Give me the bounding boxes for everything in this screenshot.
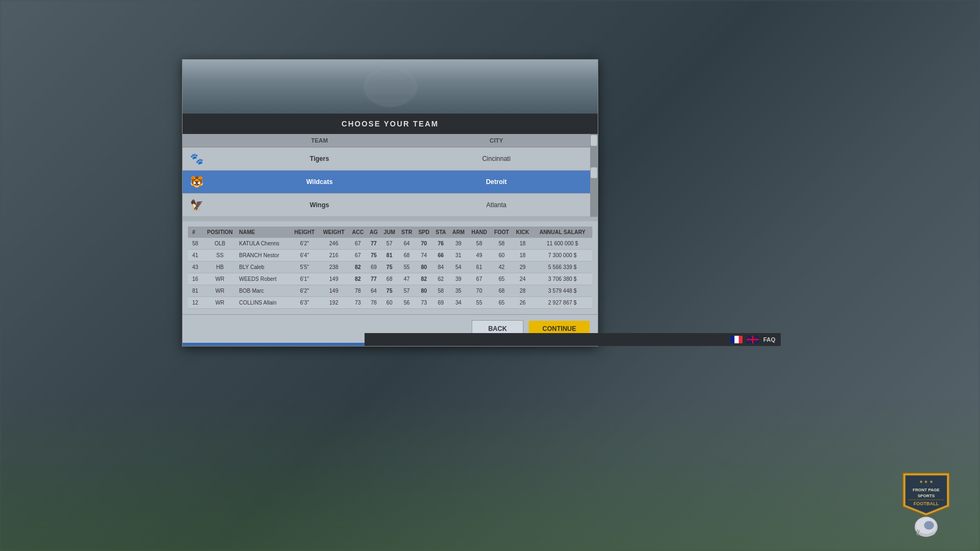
player-height: 5'5" — [290, 262, 319, 273]
player-stat: 60 — [491, 250, 513, 262]
player-stat: 35 — [449, 285, 468, 297]
table-row[interactable]: 81 WR BOB Marc 6'2" 149 7864755780583570… — [188, 285, 592, 297]
col-kick: KICK — [513, 227, 533, 238]
player-position: HB — [202, 262, 237, 273]
player-weight: 149 — [319, 273, 349, 285]
col-number: # — [188, 227, 202, 238]
stats-header-row: # POSITION NAME HEIGHT WEIGHT ACC AG JUM… — [188, 227, 592, 238]
scrollbar[interactable] — [590, 134, 598, 217]
player-stat: 61 — [468, 262, 491, 273]
player-name: BOB Marc — [237, 285, 290, 297]
player-name: COLLINS Allain — [237, 297, 290, 309]
player-stat: 75 — [367, 250, 380, 262]
wings-name: Wings — [231, 201, 408, 209]
player-stat: 82 — [349, 273, 367, 285]
dialog-title: CHOOSE YOUR TEAM — [341, 119, 438, 128]
col-spd: SPD — [415, 227, 432, 238]
col-position: POSITION — [202, 227, 237, 238]
player-salary: 2 927 867 $ — [533, 297, 592, 309]
player-stat: 18 — [513, 238, 533, 250]
player-stat: 75 — [381, 262, 398, 273]
fps-badge-shape: ★ ★ ★ FRONT PAGE SPORTS FOOTBALL — [894, 470, 958, 517]
player-stat: 18 — [513, 250, 533, 262]
tigers-logo: 🐾 — [188, 150, 205, 167]
player-stat: 65 — [491, 297, 513, 309]
player-stat: 34 — [449, 297, 468, 309]
player-stat: 77 — [367, 273, 380, 285]
player-stat: 82 — [349, 262, 367, 273]
player-stat: 55 — [468, 297, 491, 309]
svg-text:FOOTBALL: FOOTBALL — [913, 501, 939, 506]
section-separator — [183, 217, 598, 221]
player-stat: 76 — [432, 238, 449, 250]
player-stat: 67 — [468, 273, 491, 285]
player-number: 16 — [188, 273, 202, 285]
player-stat: 58 — [491, 238, 513, 250]
player-stat: 49 — [468, 250, 491, 262]
player-stat: 78 — [349, 285, 367, 297]
table-row[interactable]: 58 OLB KATULA Chenns 6'2" 246 6777576470… — [188, 238, 592, 250]
team-list-header: TEAM CITY — [183, 134, 590, 147]
player-stat: 82 — [415, 273, 432, 285]
team-row-wildcats[interactable]: 🐯 Wildcats Detroit — [183, 171, 590, 194]
col-ag: AG — [367, 227, 380, 238]
player-salary: 3 579 448 $ — [533, 285, 592, 297]
player-position: OLB — [202, 238, 237, 250]
flag-uk[interactable] — [747, 336, 759, 343]
dialog-body: TEAM CITY 🐾 Tigers Cincinnati 🐯 Wildcats… — [183, 134, 598, 314]
player-position: WR — [202, 273, 237, 285]
player-stat: 66 — [432, 250, 449, 262]
col-jum: JUM — [381, 227, 398, 238]
table-row[interactable]: 41 SS BRANCH Nestor 6'4" 216 67758168746… — [188, 250, 592, 262]
player-stat: 60 — [381, 297, 398, 309]
scroll-thumb-2 — [591, 167, 597, 178]
player-stat: 84 — [432, 262, 449, 273]
player-stat: 62 — [432, 273, 449, 285]
player-stat: 31 — [449, 250, 468, 262]
player-stat: 58 — [468, 238, 491, 250]
player-salary: 5 566 339 $ — [533, 262, 592, 273]
player-stat: 80 — [415, 285, 432, 297]
player-weight: 238 — [319, 262, 349, 273]
player-stat: 78 — [367, 297, 380, 309]
player-stat: 75 — [381, 285, 398, 297]
player-stat: 80 — [415, 262, 432, 273]
table-row[interactable]: 16 WR WEEDS Robert 6'1" 149 827768478262… — [188, 273, 592, 285]
player-stat: 39 — [449, 273, 468, 285]
player-name: WEEDS Robert — [237, 273, 290, 285]
svg-point-10 — [924, 521, 934, 529]
stats-section: # POSITION NAME HEIGHT WEIGHT ACC AG JUM… — [183, 221, 598, 314]
table-row[interactable]: 43 HB BLY Caleb 5'5" 238 826975558084546… — [188, 262, 592, 273]
player-stat: 64 — [398, 238, 416, 250]
col-foot: FOOT — [491, 227, 513, 238]
col-logo — [188, 137, 231, 144]
flag-fr[interactable] — [731, 336, 743, 343]
wildcats-logo: 🐯 — [188, 173, 205, 190]
player-height: 6'2" — [290, 238, 319, 250]
player-weight: 149 — [319, 285, 349, 297]
player-weight: 246 — [319, 238, 349, 250]
col-height: HEIGHT — [290, 227, 319, 238]
player-stat: 39 — [449, 238, 468, 250]
field-hint — [0, 390, 980, 551]
player-stat: 67 — [349, 250, 367, 262]
tigers-name: Tigers — [231, 155, 408, 163]
player-stat: 77 — [367, 238, 380, 250]
player-stat: 68 — [398, 250, 416, 262]
player-stat: 73 — [349, 297, 367, 309]
team-list-container: TEAM CITY 🐾 Tigers Cincinnati 🐯 Wildcats… — [183, 134, 598, 217]
table-row[interactable]: 12 WR COLLINS Allain 6'3" 192 7378605673… — [188, 297, 592, 309]
player-salary: 7 300 000 $ — [533, 250, 592, 262]
col-acc: ACC — [349, 227, 367, 238]
player-stat: 47 — [398, 273, 416, 285]
col-city: CITY — [408, 137, 585, 144]
tigers-city: Cincinnati — [408, 155, 585, 163]
team-row-wings[interactable]: 🦅 Wings Atlanta — [183, 194, 590, 217]
col-hand: HAND — [468, 227, 491, 238]
faq-label[interactable]: FAQ — [763, 336, 775, 343]
player-stat: 57 — [381, 238, 398, 250]
col-salary: ANNUAL SALARY — [533, 227, 592, 238]
team-row-tigers[interactable]: 🐾 Tigers Cincinnati — [183, 147, 590, 171]
helmet-graphic — [358, 65, 423, 108]
col-team: TEAM — [231, 137, 408, 144]
